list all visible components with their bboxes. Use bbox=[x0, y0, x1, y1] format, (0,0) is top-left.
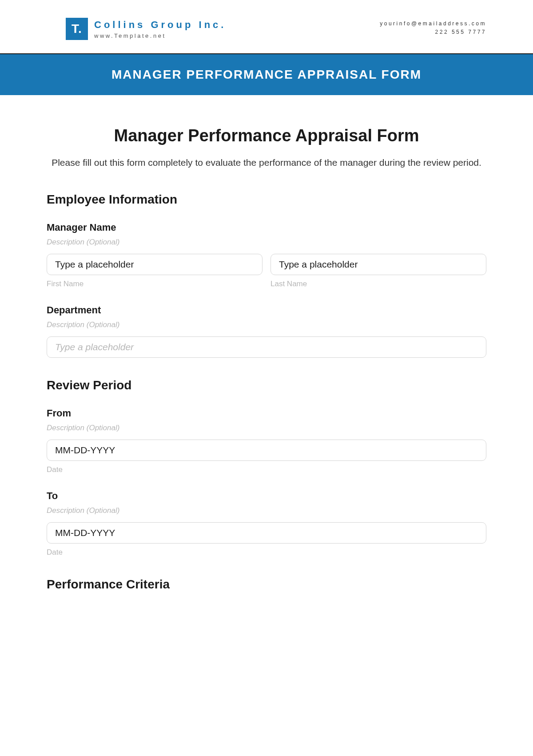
sublabel-from-date: Date bbox=[47, 465, 486, 474]
sublabel-last-name: Last Name bbox=[270, 280, 486, 288]
brand-text: Collins Group Inc. www.Template.net bbox=[94, 19, 226, 39]
section-performance-criteria: Performance Criteria bbox=[47, 577, 486, 592]
form-content: Manager Performance Appraisal Form Pleas… bbox=[0, 95, 533, 624]
desc-from: Description (Optional) bbox=[47, 424, 486, 432]
sublabel-first-name: First Name bbox=[47, 280, 263, 288]
contact-email: yourinfo@emailaddress.com bbox=[380, 20, 486, 28]
desc-department: Description (Optional) bbox=[47, 320, 486, 329]
contact-block: yourinfo@emailaddress.com 222 555 7777 bbox=[380, 20, 486, 36]
company-name: Collins Group Inc. bbox=[94, 19, 226, 31]
divider-line: MANAGER PERFORMANCE APPRAISAL FORM bbox=[0, 53, 533, 95]
field-department: Department Description (Optional) bbox=[47, 304, 486, 358]
brand-block: T. Collins Group Inc. www.Template.net bbox=[66, 18, 226, 40]
desc-manager-name: Description (Optional) bbox=[47, 238, 486, 247]
field-manager-name: Manager Name Description (Optional) Firs… bbox=[47, 222, 486, 288]
section-review-period: Review Period bbox=[47, 378, 486, 392]
letterhead: T. Collins Group Inc. www.Template.net y… bbox=[0, 0, 533, 53]
label-manager-name: Manager Name bbox=[47, 222, 486, 233]
field-to-date: To Description (Optional) Date bbox=[47, 490, 486, 557]
website-url: www.Template.net bbox=[94, 32, 226, 39]
section-employee-info: Employee Information bbox=[47, 192, 486, 207]
label-to: To bbox=[47, 490, 486, 502]
banner-title: MANAGER PERFORMANCE APPRAISAL FORM bbox=[0, 54, 533, 95]
field-from-date: From Description (Optional) Date bbox=[47, 408, 486, 474]
form-title: Manager Performance Appraisal Form bbox=[47, 126, 486, 145]
label-department: Department bbox=[47, 304, 486, 316]
desc-to: Description (Optional) bbox=[47, 506, 486, 515]
first-name-input[interactable] bbox=[47, 254, 263, 275]
form-intro: Please fill out this form completely to … bbox=[47, 155, 486, 170]
from-date-input[interactable] bbox=[47, 440, 486, 461]
to-date-input[interactable] bbox=[47, 522, 486, 544]
label-from: From bbox=[47, 408, 486, 419]
last-name-input[interactable] bbox=[270, 254, 486, 275]
department-input[interactable] bbox=[47, 336, 486, 358]
logo-icon: T. bbox=[66, 18, 88, 40]
contact-phone: 222 555 7777 bbox=[380, 28, 486, 36]
sublabel-to-date: Date bbox=[47, 548, 486, 557]
